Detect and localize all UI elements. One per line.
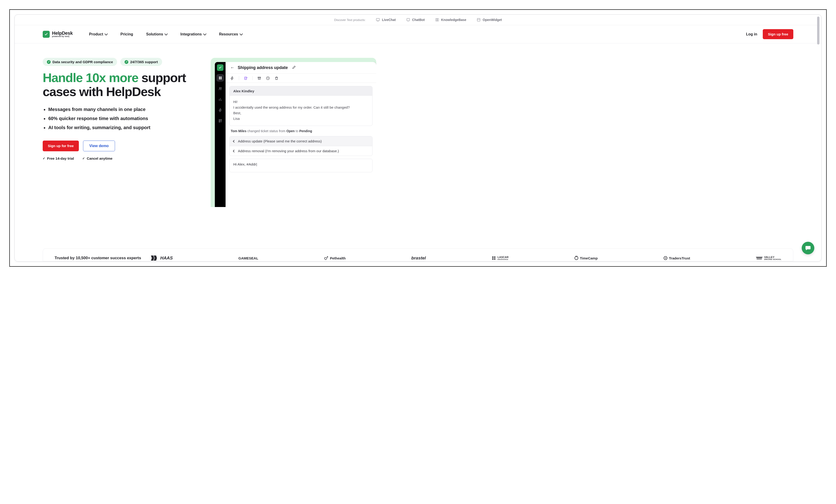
timecamp-icon: [574, 256, 578, 260]
check-icon: ✓: [47, 60, 51, 64]
nav-pricing[interactable]: Pricing: [120, 32, 133, 36]
status-line: Tom Miles changed ticket status from Ope…: [229, 129, 373, 136]
cta-signup-button[interactable]: Sign up for free: [43, 140, 79, 151]
ticket-header: ← Shipping address update: [226, 62, 376, 74]
hero-bullet: Messages from many channels in one place: [43, 105, 206, 114]
trusted-text: Trusted by 10,500+ customer success expe…: [55, 255, 141, 261]
discover-livechat[interactable]: LiveChat: [376, 18, 396, 22]
badge-support: ✓ 24/7/365 support: [120, 58, 162, 66]
traderstrust-icon: [663, 256, 668, 260]
cta-demo-button[interactable]: View demo: [83, 140, 115, 151]
suggestion-item[interactable]: Address removal (I'm removing your addre…: [229, 146, 372, 156]
svg-point-7: [219, 88, 220, 88]
chat-fab[interactable]: [802, 242, 814, 254]
trusted-logo-haas: HAAS: [150, 255, 173, 261]
check-icon: ✓: [125, 60, 128, 64]
haas-icon: [150, 255, 159, 261]
svg-point-19: [575, 256, 578, 260]
svg-rect-0: [377, 18, 380, 21]
sidebar-apps-icon[interactable]: [216, 117, 224, 124]
livechat-icon: [376, 18, 380, 22]
check-icon: ✓: [43, 157, 45, 160]
openwidget-icon: [477, 18, 481, 22]
svg-point-15: [492, 256, 494, 258]
lascar-icon: [492, 256, 496, 260]
trusted-logo-valley: VALLEYDRIVING SCHOOL: [756, 256, 781, 260]
signup-button[interactable]: Sign up free: [763, 29, 793, 39]
badge-security: ✓ Data security and GDPR compliance: [43, 58, 117, 66]
disclaimer-trial: ✓Free 14-day trial: [43, 156, 74, 160]
message-sender: Alex Kindley: [229, 86, 372, 96]
hero-bullets: Messages from many channels in one place…: [43, 105, 206, 132]
edit-icon[interactable]: [292, 65, 296, 70]
hero-headline: Handle 10x more support cases with HelpD…: [43, 71, 206, 99]
svg-point-18: [494, 258, 495, 260]
ticket-title: Shipping address update: [238, 65, 288, 70]
chevron-left-icon: [233, 140, 235, 142]
sidebar-people-icon[interactable]: [216, 85, 224, 92]
tool-ai-icon[interactable]: [244, 76, 248, 80]
tool-trash-icon[interactable]: [274, 76, 279, 80]
svg-rect-2: [477, 18, 480, 21]
discover-knowledgebase[interactable]: KnowledgeBase: [435, 18, 466, 22]
check-icon: ✓: [82, 157, 85, 160]
nav-product[interactable]: Product: [89, 32, 107, 36]
message-body: Hi! I accidentally used the wrong addres…: [229, 96, 372, 125]
disclaimer-cancel: ✓Cancel anytime: [82, 156, 112, 160]
tool-archive-icon[interactable]: [257, 76, 261, 80]
svg-point-16: [494, 256, 495, 258]
trusted-strip: Trusted by 10,500+ customer success expe…: [43, 248, 793, 261]
valley-icon: [756, 256, 763, 260]
trusted-logo-pethealth: Pethealth: [324, 256, 346, 260]
chat-icon: [805, 245, 811, 251]
discover-openwidget[interactable]: OpenWidget: [477, 18, 502, 22]
chevron-down-icon: [104, 32, 108, 35]
logo-mark-icon: [43, 31, 50, 38]
tool-bolt-icon[interactable]: [230, 76, 234, 80]
ticket-toolbar: [226, 74, 376, 83]
chevron-down-icon: [203, 32, 206, 35]
app-sidebar: [215, 62, 226, 207]
pethealth-icon: [324, 256, 328, 260]
chevron-down-icon: [165, 32, 168, 35]
trusted-logo-traderstrust: TradersTrust: [663, 256, 690, 260]
logo-powered: powered by text|: [52, 35, 73, 38]
svg-rect-10: [221, 119, 221, 120]
nav-integrations[interactable]: Integrations: [180, 32, 206, 36]
back-arrow-icon[interactable]: ←: [230, 65, 234, 70]
discover-label: Discover Text products:: [334, 18, 366, 22]
logo-brand: HelpDesk: [52, 31, 73, 35]
chatbot-icon: [406, 18, 410, 22]
nav-solutions[interactable]: Solutions: [146, 32, 167, 36]
logo[interactable]: HelpDesk powered by text|: [43, 31, 73, 38]
svg-rect-1: [407, 18, 410, 21]
chevron-left-icon: [233, 150, 235, 152]
svg-rect-5: [219, 78, 220, 79]
trusted-logo-brastel: brastel: [411, 255, 426, 260]
svg-rect-9: [219, 119, 220, 120]
suggestion-box: Address update (Please send me the corre…: [229, 136, 373, 156]
trusted-logo-timecamp: TimeCamp: [574, 256, 597, 260]
sidebar-automation-icon[interactable]: [216, 106, 224, 114]
svg-rect-6: [221, 78, 222, 79]
nav-resources[interactable]: Resources: [219, 32, 242, 36]
svg-rect-11: [219, 121, 220, 122]
message-card: Alex Kindley Hi! I accidentally used the…: [229, 86, 373, 126]
tool-clock-icon[interactable]: [266, 76, 270, 80]
discover-chatbot[interactable]: ChatBot: [406, 18, 425, 22]
compose-input[interactable]: Hi Alex, #Addr: [229, 159, 373, 172]
sidebar-reports-icon[interactable]: [216, 96, 224, 103]
svg-point-17: [492, 258, 494, 260]
chevron-down-icon: [240, 32, 243, 35]
knowledgebase-icon: [435, 18, 439, 22]
trusted-logo-gameseal: GAMESEAL: [239, 256, 258, 260]
sidebar-tickets-icon[interactable]: [216, 74, 224, 82]
trusted-logo-lascar: LASCARelectronics: [492, 256, 509, 260]
svg-rect-3: [219, 76, 220, 78]
svg-point-8: [221, 88, 222, 88]
app-logo-icon: [217, 64, 224, 71]
login-link[interactable]: Log in: [746, 32, 757, 36]
hero-bullet: 60% quicker response time with automatio…: [43, 114, 206, 123]
discover-bar: Discover Text products: LiveChat ChatBot…: [15, 15, 821, 25]
suggestion-item[interactable]: Address update (Please send me the corre…: [229, 136, 372, 146]
